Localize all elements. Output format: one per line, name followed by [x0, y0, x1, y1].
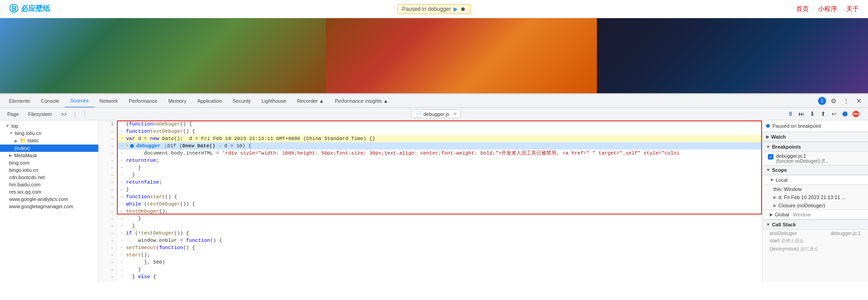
- call-stack-testdebuger[interactable]: testDebuger debugger.js:1: [762, 230, 868, 237]
- secondary-tab-more[interactable]: >>: [57, 110, 71, 118]
- close-tab-icon[interactable]: ✕: [453, 111, 457, 116]
- tab-elements[interactable]: Elements: [4, 94, 35, 108]
- devtools-panel: Elements Console Sources Network Perform…: [0, 93, 868, 282]
- breakpoint-code: (function noDebuger() {f...: [776, 159, 828, 164]
- tab-sources[interactable]: Sources: [65, 94, 94, 108]
- settings-icon[interactable]: ⚙: [828, 95, 839, 106]
- file-tree: ▼ top ▼ bing.ioliu.cn ▶ 📁 static (index)…: [0, 120, 99, 282]
- tab-network[interactable]: Network: [94, 94, 123, 108]
- scope-closure[interactable]: ▶ Closure (noDebuger): [762, 201, 868, 210]
- code-line-10: -}: [117, 186, 762, 193]
- tab-lighthouse[interactable]: Lighthouse: [256, 94, 292, 108]
- call-stack-anonymous[interactable]: (anonymous) @亿速云: [762, 245, 868, 253]
- open-file-tab[interactable]: 📄 debugger.js ✕: [411, 110, 461, 118]
- tree-static[interactable]: ▶ 📁 static: [0, 137, 98, 145]
- code-line-4: - ➤ debugger ;Dif (Dnew Date() - d > 10)…: [117, 142, 762, 150]
- tree-bingo[interactable]: bingo.ioliu.cn: [0, 166, 98, 174]
- devtools-content: ▼ top ▼ bing.ioliu.cn ▶ 📁 static (index)…: [0, 120, 868, 282]
- tree-metamask[interactable]: ▶ MetaMask: [0, 152, 98, 159]
- file-icon: 📄: [415, 111, 422, 117]
- nav-miniapp[interactable]: 小程序: [818, 5, 837, 13]
- site-name: 必应壁纸: [21, 4, 50, 14]
- watch-section-header[interactable]: ▶ Watch: [762, 132, 868, 142]
- right-panel: Paused on breakpoint ▶ Watch ▼ Breakpoin…: [762, 120, 868, 282]
- nav-home[interactable]: 首页: [796, 5, 809, 13]
- step-over-btn[interactable]: ⏭: [796, 109, 806, 119]
- call-stack-section-header[interactable]: ▼ Call Stack: [762, 220, 868, 230]
- code-line-17: - window.onblur = function() {: [117, 237, 762, 244]
- dont-pause-on-exceptions-btn[interactable]: ⛔: [851, 109, 861, 119]
- scope-global-header[interactable]: ▶ Global Window: [762, 210, 868, 220]
- hero-right-section: [597, 18, 868, 93]
- more-icon[interactable]: ⋮: [841, 95, 852, 106]
- line-numbers: 1----- ------ ------ ----: [99, 120, 117, 282]
- code-line-16: - if (!testDebuger()) {: [117, 230, 762, 237]
- paused-on-breakpoint: Paused on breakpoint: [762, 120, 868, 132]
- devtools-secondary-bar: Page Filesystem >> | ⋮ 📄 debugger.js ✕ ⏸…: [0, 108, 868, 120]
- resume-button[interactable]: ▶: [454, 6, 458, 12]
- scope-local-label: Local: [776, 177, 787, 183]
- call-stack-start[interactable]: start @稀土掘金: [762, 237, 868, 245]
- tab-recorder[interactable]: Recorder ▲: [292, 94, 329, 108]
- breakpoint-item[interactable]: debugger.js:1 (function noDebuger() {f..…: [762, 152, 868, 165]
- scope-global-label: Global: [775, 212, 789, 217]
- code-line-8: - }: [117, 171, 762, 179]
- paused-text: Paused in debugger: [402, 6, 451, 12]
- code-line-7: - }: [117, 164, 762, 171]
- tree-top[interactable]: ▼ top: [0, 122, 98, 130]
- paused-on-breakpoint-text: Paused on breakpoint: [772, 123, 821, 129]
- breakpoints-section-header[interactable]: ▼ Breakpoints: [762, 142, 868, 152]
- tree-res-wx[interactable]: res.wx.qq.com: [0, 188, 98, 195]
- tree-index[interactable]: (index): [0, 145, 98, 152]
- call-stack-label: Call Stack: [772, 222, 796, 227]
- hero-middle-section: [326, 18, 597, 93]
- tree-gtm[interactable]: www.googletagmanager.com: [0, 203, 98, 210]
- code-line-20: - }, 500): [117, 259, 762, 266]
- code-line-9: - return false;: [117, 179, 762, 186]
- code-line-5: - document.body.innerHTML = '<div style=…: [117, 150, 762, 157]
- tree-hm-baidu[interactable]: hm.baidu.com: [0, 181, 98, 188]
- add-icon[interactable]: ⋮: [79, 109, 90, 120]
- code-line-3: - var d = new Date(); d = Fri Feb 10 202…: [117, 135, 762, 142]
- hero-image: [0, 18, 868, 93]
- record-button[interactable]: ⏺: [460, 6, 466, 12]
- bing-icon: Ⓑ: [9, 3, 18, 15]
- tab-memory[interactable]: Memory: [163, 94, 192, 108]
- devtools-tabs: Elements Console Sources Network Perform…: [0, 94, 868, 108]
- badge-count: 1: [818, 97, 826, 105]
- step-into-btn[interactable]: ⬇: [807, 109, 817, 119]
- scope-this: this: Window: [762, 185, 868, 193]
- breakpoint-file: debugger.js:1: [776, 153, 828, 159]
- breakpoints-label: Breakpoints: [772, 144, 801, 150]
- tree-bing-ioliu[interactable]: ▼ bing.ioliu.cn: [0, 130, 98, 137]
- site-logo: Ⓑ 必应壁纸: [9, 3, 50, 15]
- tree-bing[interactable]: bing.com: [0, 159, 98, 166]
- code-line-21: - }: [117, 266, 762, 273]
- breakpoint-checkbox[interactable]: [768, 154, 773, 160]
- tab-application[interactable]: Application: [192, 94, 227, 108]
- scope-section-header[interactable]: ▼ Scope: [762, 165, 868, 175]
- secondary-tab-page[interactable]: Page: [4, 110, 23, 118]
- tab-console[interactable]: Console: [35, 94, 65, 108]
- nav-about[interactable]: 关于: [846, 5, 859, 13]
- tab-performance-insights[interactable]: Performance insights ▲: [329, 94, 394, 108]
- step-out-btn[interactable]: ⬆: [818, 109, 828, 119]
- code-line-18: - setTimeout(function() {: [117, 244, 762, 251]
- secondary-tab-filesystem[interactable]: Filesystem: [25, 110, 56, 118]
- debug-toolbar: ⏸ ⏭ ⬇ ⬆ ↩ 🔵 ⛔: [782, 108, 864, 120]
- tree-cdn[interactable]: cdn.bootcdn.net: [0, 174, 98, 181]
- code-line-15: - }: [117, 222, 762, 230]
- pause-resume-btn[interactable]: ⏸: [785, 109, 795, 119]
- paused-badge: Paused in debugger ▶ ⏺: [397, 4, 471, 14]
- step-btn[interactable]: ↩: [829, 109, 839, 119]
- tree-google-analytics[interactable]: www.google-analytics.com: [0, 195, 98, 203]
- breakpoint-dot: [766, 124, 770, 128]
- scope-d[interactable]: ▶ d: Fri Feb 10 2023 21:13:11 ...: [762, 193, 868, 201]
- tab-performance[interactable]: Performance: [123, 94, 163, 108]
- scope-local-header[interactable]: ▼ Local: [762, 175, 868, 185]
- tab-security[interactable]: Security: [227, 94, 256, 108]
- deactivate-breakpoints-btn[interactable]: 🔵: [840, 109, 850, 119]
- close-devtools-icon[interactable]: ✕: [853, 95, 864, 106]
- code-line-13: - testDebuger();: [117, 208, 762, 215]
- code-editor[interactable]: 1----- ------ ------ ---- (function noDe…: [99, 120, 762, 282]
